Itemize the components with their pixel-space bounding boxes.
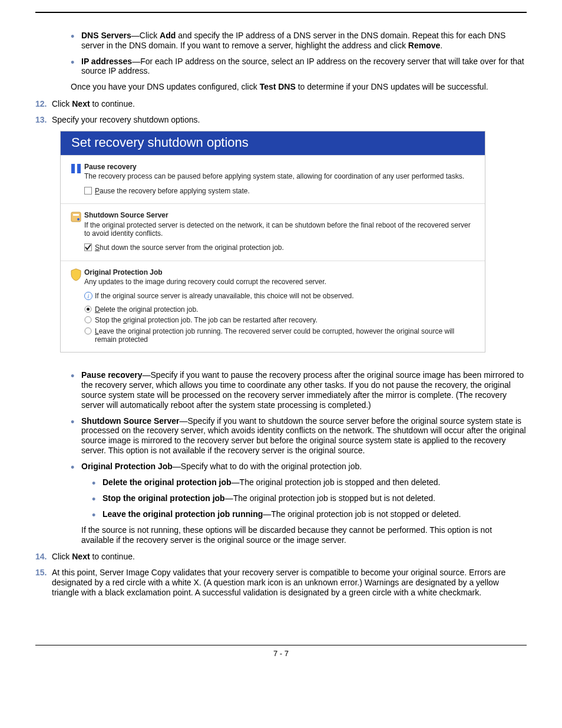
top-divider [35, 12, 527, 13]
step-12: 12. Click Next to continue. [35, 99, 527, 109]
text: —For each IP address on the source, sele… [81, 57, 524, 76]
svg-point-5 [77, 218, 80, 220]
text: Once you have your DNS updates configure… [71, 82, 260, 91]
sub-stop: • Stop the original protection job—The o… [92, 493, 527, 503]
text: Click [52, 552, 72, 561]
bullet-text: Pause recovery—Specify if you want to pa… [81, 370, 527, 410]
bullet-dot: • [71, 31, 81, 41]
recovery-shutdown-dialog: Set recovery shutdown options Pause reco… [60, 131, 485, 353]
text: —Specify if you want to pause the recove… [81, 370, 524, 409]
footer-divider [35, 645, 527, 645]
radio-leave[interactable]: Leave the original protection job runnin… [84, 327, 478, 344]
radio-stop[interactable]: Stop the original protection job. The jo… [84, 316, 478, 324]
text: hut down the source server from the orig… [100, 243, 284, 252]
bullet-dot: • [71, 462, 81, 472]
text: riginal protection job. The job can be r… [127, 316, 318, 324]
bullet-text: DNS Servers—Click Add and specify the IP… [81, 31, 527, 51]
section-shutdown: Shutdown Source Server If the original p… [61, 203, 485, 261]
next-bold: Next [72, 99, 90, 108]
step-14: 14. Click Next to continue. [35, 552, 527, 562]
section-original: Original Protection Job Any updates to t… [61, 261, 485, 353]
radio-label: Leave the original protection job runnin… [95, 327, 478, 344]
step-number: 12. [35, 99, 52, 109]
upper-bullet-list: • DNS Servers—Click Add and specify the … [71, 31, 527, 76]
note-line: i If the original source server is alrea… [84, 292, 478, 300]
svg-rect-2 [85, 187, 92, 194]
note-text: If the original source server is already… [95, 292, 354, 300]
step-15: 15. At this point, Server Image Copy val… [35, 568, 527, 597]
bullet-dot: • [71, 57, 81, 67]
pause-sub: The recovery process can be paused befor… [84, 172, 478, 180]
shutdown-checkbox-line[interactable]: Shut down the source server from the ori… [84, 243, 478, 252]
checkbox-checked-icon[interactable] [84, 243, 95, 251]
step-body: Click Next to continue. [52, 552, 527, 562]
section-body: Original Protection Job Any updates to t… [84, 268, 478, 347]
original-heading: Original Protection Job [84, 268, 478, 276]
text: eave the original protection job running… [95, 327, 454, 344]
original-note-para: If the source is not running, these opti… [81, 525, 527, 545]
text: Click [52, 99, 72, 108]
radio-label: Delete the original protection job. [95, 305, 198, 314]
bullet-text: Leave the original protection job runnin… [103, 509, 527, 519]
text: ause the recovery before applying system… [100, 187, 250, 195]
shutdown-heading: Shutdown Source Server [84, 211, 478, 219]
explain-bullet-list: • Pause recovery—Specify if you want to … [71, 370, 527, 471]
bullet-dot: • [71, 370, 81, 380]
pause-label: Pause recovery [81, 370, 143, 380]
svg-point-10 [87, 308, 90, 311]
shutdown-label: Shutdown Source Server [81, 416, 179, 426]
step-body: At this point, Server Image Copy validat… [52, 568, 527, 597]
radio-unselected-icon[interactable] [84, 327, 95, 335]
bullet-pause: • Pause recovery—Specify if you want to … [71, 370, 527, 410]
bullet-text: Stop the original protection job—The ori… [103, 493, 527, 503]
checkbox-unchecked-icon[interactable] [84, 187, 95, 195]
bullet-text: Original Protection Job—Specify what to … [81, 462, 527, 472]
checkbox-label: Shut down the source server from the ori… [95, 243, 284, 252]
bullet-original: • Original Protection Job—Specify what t… [71, 462, 527, 472]
sub-leave: • Leave the original protection job runn… [92, 509, 527, 519]
step-13: 13. Specify your recovery shutdown optio… [35, 115, 527, 125]
step-body: Specify your recovery shutdown options. [52, 115, 527, 125]
page: • DNS Servers—Click Add and specify the … [0, 0, 562, 681]
bullet-ip: • IP addresses—For each IP address on th… [71, 57, 527, 77]
svg-point-11 [85, 317, 91, 323]
bullet-dot: • [71, 416, 81, 426]
info-icon: i [84, 292, 95, 300]
sub-delete-label: Delete the original protection job [103, 477, 232, 487]
checkbox-label: Pause the recovery before applying syste… [95, 187, 250, 195]
sub-delete: • Delete the original protection job—The… [92, 477, 527, 487]
pause-heading: Pause recovery [84, 163, 478, 171]
radio-delete[interactable]: Delete the original protection job. [84, 305, 478, 314]
text: to determine if your DNS updates will be… [296, 82, 488, 91]
access-key: D [95, 305, 100, 314]
radio-unselected-icon[interactable] [84, 316, 95, 324]
access-key: S [95, 243, 100, 252]
radio-selected-icon[interactable] [84, 305, 95, 313]
text: —Click [131, 31, 160, 40]
bullet-text: Shutdown Source Server—Specify if you wa… [81, 416, 527, 456]
radio-label: Stop the original protection job. The jo… [95, 316, 318, 324]
svg-rect-1 [77, 164, 81, 173]
text: —Specify what to do with the original pr… [173, 462, 362, 471]
sub-leave-label: Leave the original protection job runnin… [103, 509, 263, 519]
page-footer: 7 - 7 [35, 645, 527, 658]
shield-icon [68, 268, 84, 347]
sub-bullet-list: • Delete the original protection job—The… [92, 477, 527, 519]
bullet-dot: • [92, 477, 103, 487]
dialog-title: Set recovery shutdown options [61, 131, 485, 155]
svg-rect-0 [71, 164, 75, 173]
text: to continue. [90, 99, 135, 108]
original-sub: Any updates to the image during recovery… [84, 278, 478, 286]
test-dns-bold: Test DNS [260, 82, 296, 91]
step-number: 15. [35, 568, 52, 578]
pause-icon [68, 163, 84, 197]
text: —The original protection job is stopped … [232, 477, 441, 487]
bullet-shutdown: • Shutdown Source Server—Specify if you … [71, 416, 527, 456]
dns-label: DNS Servers [81, 31, 131, 40]
ip-label: IP addresses [81, 57, 132, 66]
svg-rect-4 [73, 214, 79, 216]
section-body: Shutdown Source Server If the original p… [84, 211, 478, 255]
access-key: L [95, 327, 99, 335]
bullet-text: Delete the original protection job—The o… [103, 477, 527, 487]
pause-checkbox-line[interactable]: Pause the recovery before applying syste… [84, 187, 478, 195]
